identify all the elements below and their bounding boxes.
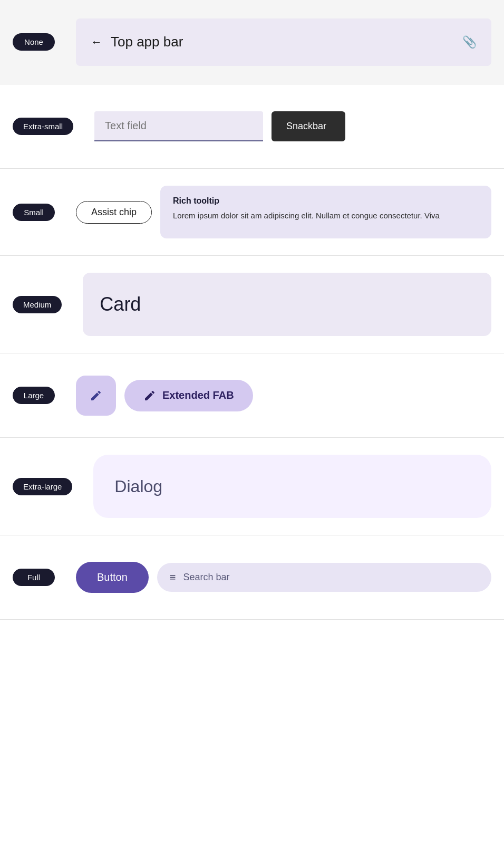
menu-icon: ≡ [170, 571, 176, 583]
full-content: Button ≡ Search bar [76, 562, 491, 593]
extended-fab-button[interactable]: Extended FAB [124, 380, 253, 411]
row-extra-small: Extra-small Snackbar [0, 84, 504, 169]
badge-large: Large [13, 387, 55, 404]
top-app-bar: ← Top app bar 📎 [76, 18, 491, 66]
row-extra-large: Extra-large Dialog [0, 438, 504, 535]
badge-full: Full [13, 569, 55, 586]
badge-medium: Medium [13, 296, 62, 313]
card[interactable]: Card [83, 273, 491, 336]
badge-extra-large: Extra-large [13, 478, 72, 495]
dialog-title: Dialog [114, 477, 162, 496]
fab-pencil-icon [90, 389, 102, 402]
rich-tooltip-body: Lorem ipsum dolor sit am adipiscing elit… [173, 210, 479, 222]
badge-none: None [13, 33, 55, 51]
small-content: Assist chip Rich tooltip Lorem ipsum dol… [76, 186, 491, 238]
dialog[interactable]: Dialog [93, 455, 491, 518]
search-bar[interactable]: ≡ Search bar [157, 563, 491, 592]
paperclip-icon[interactable]: 📎 [462, 35, 477, 49]
card-title: Card [100, 293, 141, 315]
row-large: Large Extended FAB [0, 353, 504, 438]
back-arrow-icon[interactable]: ← [91, 35, 102, 49]
extended-fab-pencil-icon [143, 389, 156, 402]
top-app-bar-title: Top app bar [111, 34, 183, 50]
snackbar: Snackbar [272, 111, 345, 141]
fab-button[interactable] [76, 376, 116, 416]
badge-extra-small: Extra-small [13, 118, 73, 135]
extra-small-content: Snackbar [94, 111, 491, 141]
assist-chip-button[interactable]: Assist chip [76, 201, 152, 224]
row-medium: Medium Card [0, 256, 504, 353]
badge-small: Small [13, 204, 55, 221]
extra-large-content: Dialog [93, 455, 491, 518]
large-content: Extended FAB [76, 376, 491, 416]
top-app-bar-left: ← Top app bar [91, 34, 183, 50]
filled-button[interactable]: Button [76, 562, 149, 593]
row-full: Full Button ≡ Search bar [0, 535, 504, 620]
rich-tooltip: Rich tooltip Lorem ipsum dolor sit am ad… [160, 186, 491, 238]
extended-fab-label: Extended FAB [162, 389, 234, 401]
medium-content: Card [83, 273, 491, 336]
rich-tooltip-title: Rich tooltip [173, 196, 479, 206]
search-bar-placeholder: Search bar [183, 572, 230, 583]
row-small: Small Assist chip Rich tooltip Lorem ips… [0, 169, 504, 256]
row-none: None ← Top app bar 📎 [0, 0, 504, 84]
text-field-input[interactable] [94, 111, 263, 141]
